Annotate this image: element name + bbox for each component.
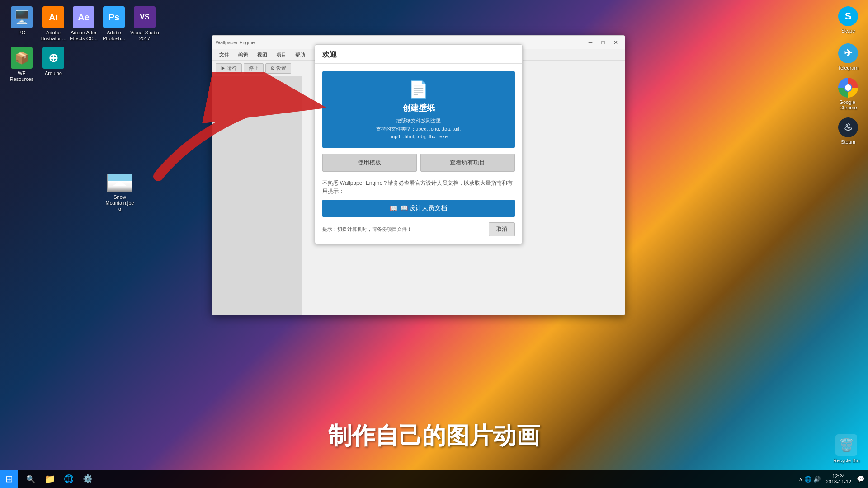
tray-chevron[interactable]: ∧ bbox=[799, 476, 802, 482]
tray-network: 🌐 bbox=[804, 476, 811, 483]
menu-edit[interactable]: 编辑 bbox=[235, 51, 252, 59]
dialog-action-buttons: 使用模板 查看所有项目 bbox=[322, 154, 515, 172]
create-wallpaper-label: 创建壁纸 bbox=[330, 103, 508, 113]
titlebar-controls: ─ □ ✕ bbox=[585, 38, 621, 47]
maximize-button[interactable]: □ bbox=[598, 38, 609, 47]
dialog-title: 欢迎 bbox=[315, 45, 522, 64]
desktop-icon-we[interactable]: 📦 WEResources bbox=[4, 45, 40, 84]
tray-notification[interactable]: 💬 bbox=[857, 475, 864, 483]
menu-file[interactable]: 文件 bbox=[216, 51, 233, 59]
snow-mountain-thumbnail bbox=[107, 174, 132, 192]
create-wallpaper-button[interactable]: 📄 创建壁纸 把壁纸文件放到这里 支持的文件类型：.jpeg, .png, .t… bbox=[322, 71, 515, 148]
desktop-icon-we-label: WEResources bbox=[10, 70, 34, 82]
book-icon: 📖 bbox=[390, 205, 397, 212]
file-icon: 📄 bbox=[330, 80, 508, 99]
desktop-icon-ae-label: Adobe AfterEffects CC... bbox=[70, 30, 98, 42]
systray-steam[interactable]: ♨ Steam bbox=[830, 113, 866, 149]
stop-button[interactable]: 停止 bbox=[244, 63, 264, 74]
settings-icon: ⚙️ bbox=[83, 474, 93, 484]
welcome-dialog: 欢迎 📄 创建壁纸 把壁纸文件放到这里 支持的文件类型：.jpeg, .png,… bbox=[315, 44, 523, 244]
systray-telegram[interactable]: ✈ Telegram bbox=[830, 39, 866, 75]
taskbar-file-explorer[interactable]: 📁 bbox=[41, 470, 59, 488]
dialog-hint: 提示：切换计算机时，请备份项目文件！ bbox=[322, 226, 412, 233]
app-title: Wallpaper Engine bbox=[216, 40, 255, 45]
tray-clock[interactable]: 12:24 2018-11-12 bbox=[822, 474, 855, 484]
create-wallpaper-desc2: 支持的文件类型：.jpeg, .png, .tga, .gif,.mp4, .h… bbox=[330, 125, 508, 141]
desktop-icon-ai-label: AdobeIllustrator ... bbox=[40, 30, 66, 42]
systray-skype-label: Skype bbox=[841, 28, 855, 33]
taskbar-search[interactable]: 🔍 bbox=[22, 470, 40, 488]
folder-icon: 📁 bbox=[44, 474, 56, 484]
doc-button[interactable]: 📖 📖 设计人员文档 bbox=[322, 200, 515, 217]
chrome-icon: 🌐 bbox=[64, 474, 74, 484]
dialog-footer: 提示：切换计算机时，请备份项目文件！ 取消 bbox=[322, 222, 515, 236]
menu-view[interactable]: 视图 bbox=[254, 51, 271, 59]
desktop-icon-vs-label: Visual Studio2017 bbox=[130, 30, 159, 42]
tray-time-display: 12:24 bbox=[832, 474, 845, 479]
desktop-icon-arduino[interactable]: ⊕ Arduino bbox=[35, 45, 71, 78]
view-all-button[interactable]: 查看所有项目 bbox=[420, 154, 515, 172]
run-button[interactable]: ▶ 运行 bbox=[216, 63, 242, 74]
systray-chrome[interactable]: GoogleChrome bbox=[830, 76, 866, 112]
taskbar-tray: ∧ 🌐 🔊 12:24 2018-11-12 💬 bbox=[799, 474, 868, 484]
dialog-info-text: 不熟悉 Wallpaper Engine？请务必查看官方设计人员文档，以获取大量… bbox=[322, 179, 515, 195]
menu-help[interactable]: 帮助 bbox=[292, 51, 309, 59]
systray-telegram-label: Telegram bbox=[838, 65, 858, 70]
desktop-icon-vs[interactable]: VS Visual Studio2017 bbox=[127, 5, 163, 43]
doc-button-label: 📖 设计人员文档 bbox=[400, 204, 448, 212]
systray-skype[interactable]: S Skype bbox=[830, 2, 866, 38]
cancel-button[interactable]: 取消 bbox=[489, 222, 515, 236]
menu-project[interactable]: 项目 bbox=[273, 51, 290, 59]
taskbar-icons: 🔍 📁 🌐 ⚙️ bbox=[18, 470, 100, 488]
start-button[interactable]: ⊞ bbox=[0, 470, 18, 488]
systray-steam-label: Steam bbox=[841, 139, 855, 145]
create-wallpaper-desc1: 把壁纸文件放到这里 bbox=[330, 117, 508, 125]
windows-logo: ⊞ bbox=[5, 474, 13, 484]
systray-chrome-label: GoogleChrome bbox=[839, 99, 857, 110]
use-template-button[interactable]: 使用模板 bbox=[322, 154, 417, 172]
dialog-body: 📄 创建壁纸 把壁纸文件放到这里 支持的文件类型：.jpeg, .png, .t… bbox=[315, 64, 522, 244]
desktop-icon-pc[interactable]: 🖥️ PC bbox=[4, 5, 40, 38]
taskbar-settings[interactable]: ⚙️ bbox=[79, 470, 97, 488]
snow-mountain-label: SnowMountain.jpeg bbox=[106, 194, 134, 212]
recycle-bin-label: Recycle Bin bbox=[833, 458, 859, 463]
search-icon: 🔍 bbox=[26, 475, 35, 483]
tray-date-display: 2018-11-12 bbox=[826, 479, 851, 484]
taskbar: ⊞ 🔍 📁 🌐 ⚙️ ∧ 🌐 🔊 12:24 2018-11-12 💬 bbox=[0, 470, 868, 488]
desktop-icon-arduino-label: Arduino bbox=[45, 70, 62, 76]
minimize-button[interactable]: ─ bbox=[585, 38, 596, 47]
app-sidebar bbox=[212, 76, 302, 315]
settings-button[interactable]: ⚙ 设置 bbox=[265, 63, 291, 74]
taskbar-chrome[interactable]: 🌐 bbox=[60, 470, 78, 488]
tray-volume: 🔊 bbox=[813, 476, 821, 483]
recycle-bin[interactable]: 🗑️ Recycle Bin bbox=[830, 434, 863, 463]
close-button[interactable]: ✕ bbox=[610, 38, 621, 47]
recycle-bin-icon: 🗑️ bbox=[835, 434, 857, 456]
system-tray-top: S Skype ✈ Telegram GoogleChrome ♨ Steam bbox=[828, 0, 868, 151]
desktop-icon-pc-label: PC bbox=[18, 30, 25, 36]
desktop-icon-snow-mountain[interactable]: SnowMountain.jpeg bbox=[102, 172, 138, 214]
desktop-icon-ps-label: AdobePhotosh... bbox=[103, 30, 125, 42]
